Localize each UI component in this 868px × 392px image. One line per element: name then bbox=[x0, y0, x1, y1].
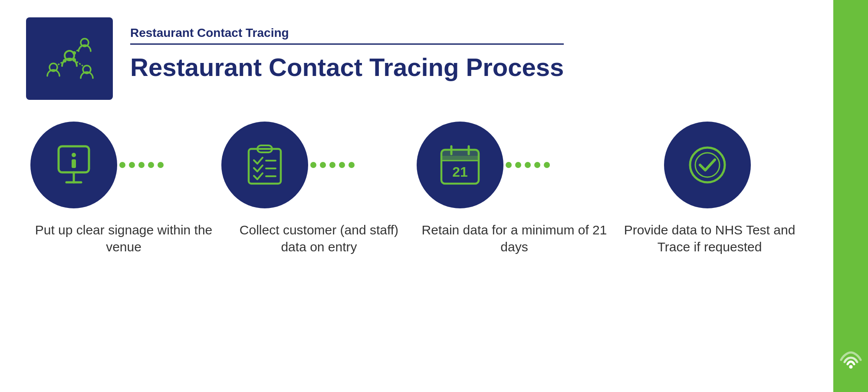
step-label-provide: Provide data to NHS Test and Trace if re… bbox=[612, 221, 807, 255]
logo-icon bbox=[41, 30, 98, 87]
step-signage: Put up clear signage within the venue bbox=[26, 122, 221, 255]
step-provide: Provide data to NHS Test and Trace if re… bbox=[612, 122, 807, 255]
connector-3 bbox=[503, 162, 612, 168]
calendar-icon: 21 bbox=[436, 141, 484, 189]
svg-point-29 bbox=[849, 365, 852, 369]
header: Restaurant Contact Tracing Restaurant Co… bbox=[26, 17, 807, 100]
main-title: Restaurant Contact Tracing Process bbox=[130, 53, 564, 81]
svg-text:21: 21 bbox=[452, 164, 468, 180]
checkmark-icon bbox=[684, 141, 731, 189]
header-text: Restaurant Contact Tracing Restaurant Co… bbox=[130, 17, 564, 81]
svg-point-9 bbox=[72, 58, 76, 62]
step-circle-collect bbox=[221, 122, 308, 208]
svg-rect-15 bbox=[249, 149, 281, 184]
svg-point-11 bbox=[72, 153, 76, 157]
step-circle-retain: 21 bbox=[417, 122, 503, 208]
step-label-retain: Retain data for a minimum of 21 days bbox=[417, 221, 612, 255]
clipboard-icon bbox=[241, 141, 289, 189]
connector-1 bbox=[117, 162, 221, 168]
connector-2 bbox=[308, 162, 417, 168]
svg-rect-22 bbox=[441, 156, 479, 161]
step-circle-signage bbox=[30, 122, 117, 208]
sidebar-wifi-icon bbox=[839, 349, 863, 370]
step-retain: 21 Retain data for a minimum of 21 days bbox=[417, 122, 612, 255]
step-collect: Collect customer (and staff) data on ent… bbox=[221, 122, 417, 255]
step-circle-provide bbox=[664, 122, 751, 208]
svg-point-8 bbox=[63, 59, 66, 63]
steps-wrapper: Put up clear signage within the venue bbox=[26, 117, 807, 375]
svg-rect-12 bbox=[72, 159, 76, 168]
step-label-signage: Put up clear signage within the venue bbox=[26, 221, 221, 255]
signage-icon bbox=[50, 141, 98, 189]
main-content: Restaurant Contact Tracing Restaurant Co… bbox=[0, 0, 833, 392]
step-label-collect: Collect customer (and staff) data on ent… bbox=[221, 221, 417, 255]
svg-point-7 bbox=[72, 51, 76, 55]
subtitle: Restaurant Contact Tracing bbox=[130, 26, 564, 45]
logo-box bbox=[26, 17, 113, 100]
right-sidebar bbox=[833, 0, 868, 392]
